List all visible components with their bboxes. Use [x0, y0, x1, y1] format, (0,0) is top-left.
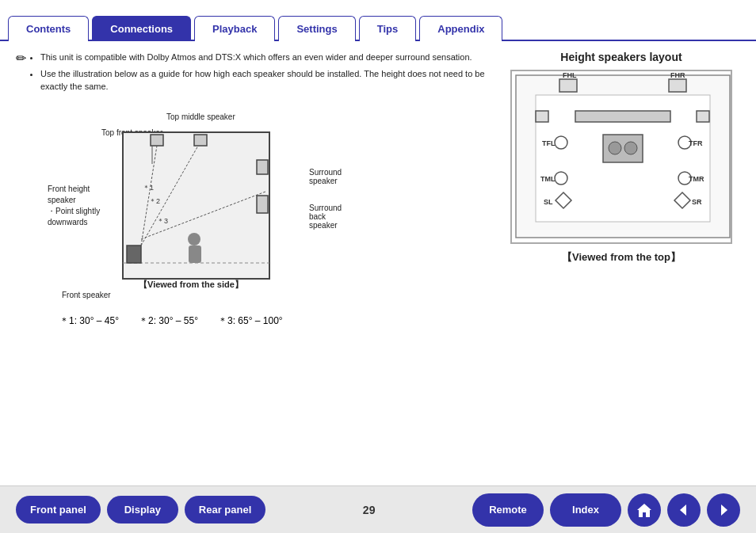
top-navigation: Contents Connections Playback Settings T… — [0, 0, 756, 41]
note-bullet-1: This unit is compatible with Dolby Atmos… — [40, 51, 487, 64]
right-column: Height speakers layout FHL FHR FL — [502, 51, 740, 476]
top-view-svg: FHL FHR FL FR TFL C TFR — [512, 71, 734, 246]
svg-text:TMR: TMR — [689, 175, 704, 183]
back-icon — [675, 501, 693, 519]
side-view-svg: ＊3 ＊2 ＊1 — [119, 128, 293, 295]
svg-text:FHL: FHL — [563, 71, 577, 79]
svg-point-2 — [188, 233, 200, 246]
speaker-layout-diagram: FHL FHR FL FR TFL C TFR — [510, 70, 732, 244]
svg-text:＊1: ＊1 — [143, 184, 154, 192]
svg-rect-20 — [669, 79, 686, 92]
tab-connections[interactable]: Connections — [92, 16, 191, 41]
home-icon — [636, 501, 653, 519]
note-section: ✏ This unit is compatible with Dolby Atm… — [16, 51, 487, 97]
svg-text:＊2: ＊2 — [149, 197, 160, 205]
svg-rect-18 — [559, 79, 577, 92]
speaker-diagram: Top front speaker Top middle speaker Fro… — [16, 105, 487, 326]
tab-tips[interactable]: Tips — [359, 16, 417, 41]
svg-rect-3 — [189, 246, 201, 263]
svg-text:TML: TML — [540, 175, 556, 183]
front-speaker-label: Front speaker — [62, 291, 111, 299]
svg-point-34 — [624, 142, 637, 154]
front-panel-button[interactable]: Front panel — [16, 496, 101, 523]
nav-buttons-left: Front panel Display Rear panel — [16, 496, 265, 523]
svg-text:FHR: FHR — [670, 71, 685, 79]
surround-back-label: Surroundbackspeaker — [309, 204, 342, 230]
svg-rect-5 — [151, 135, 163, 146]
bottom-bar: Front panel Display Rear panel 29 Remote… — [0, 485, 756, 533]
svg-marker-45 — [721, 504, 727, 516]
display-button[interactable]: Display — [107, 496, 178, 523]
surround-label: Surroundspeaker — [309, 168, 342, 185]
svg-rect-6 — [194, 135, 207, 146]
svg-rect-25 — [697, 111, 709, 122]
content-area: ✏ This unit is compatible with Dolby Atm… — [0, 41, 756, 485]
svg-point-33 — [609, 142, 621, 154]
svg-rect-23 — [536, 111, 548, 122]
svg-text:SL: SL — [544, 198, 553, 206]
height-layout-title: Height speakers layout — [502, 51, 740, 63]
forward-icon — [715, 501, 732, 519]
svg-marker-43 — [637, 504, 651, 517]
tab-settings[interactable]: Settings — [278, 16, 355, 41]
home-button[interactable] — [628, 493, 661, 527]
svg-rect-26 — [575, 111, 670, 122]
tab-contents[interactable]: Contents — [8, 16, 89, 41]
pencil-icon: ✏ — [16, 51, 26, 66]
note-bullet-2: Use the illustration below as a guide fo… — [40, 67, 487, 93]
viewed-side-label: 【Viewed from the side】 — [139, 279, 243, 291]
tab-appendix[interactable]: Appendix — [419, 16, 502, 41]
svg-rect-4 — [127, 246, 141, 263]
rear-panel-button[interactable]: Rear panel — [185, 496, 265, 523]
angle-2: ＊2: 30° – 55° — [139, 314, 198, 328]
remote-button[interactable]: Remote — [472, 493, 544, 527]
tab-playback[interactable]: Playback — [194, 16, 275, 41]
svg-text:TFL: TFL — [542, 139, 556, 147]
svg-text:＊3: ＊3 — [157, 217, 168, 225]
svg-text:SR: SR — [692, 198, 702, 206]
forward-button[interactable] — [707, 493, 740, 527]
note-text: This unit is compatible with Dolby Atmos… — [31, 51, 487, 97]
index-button[interactable]: Index — [550, 493, 621, 527]
left-column: ✏ This unit is compatible with Dolby Atm… — [16, 51, 487, 476]
svg-text:TFR: TFR — [689, 139, 703, 147]
back-button[interactable] — [667, 493, 701, 527]
svg-rect-13 — [257, 196, 268, 213]
top-middle-label: Top middle speaker — [166, 112, 235, 121]
front-height-label: Front heightspeaker・Point slightlydownwa… — [48, 184, 119, 228]
angle-measurements: ＊1: 30° – 45° ＊2: 30° – 55° ＊3: 65° – 10… — [59, 314, 283, 328]
viewed-top-label: 【Viewed from the top】 — [502, 250, 740, 265]
svg-marker-44 — [680, 504, 686, 516]
angle-3: ＊3: 65° – 100° — [218, 314, 283, 328]
page-number: 29 — [363, 504, 376, 516]
nav-buttons-right: Remote Index — [472, 493, 740, 527]
angle-1: ＊1: 30° – 45° — [59, 314, 119, 328]
svg-rect-14 — [257, 160, 268, 174]
